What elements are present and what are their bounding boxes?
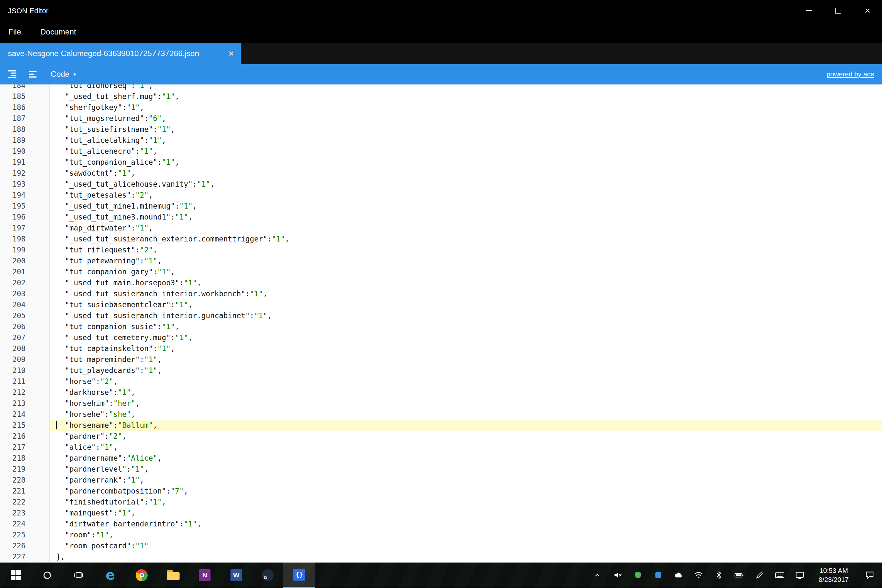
line-number: 208 [0, 343, 50, 354]
tray-app-button[interactable] [648, 562, 668, 588]
code-line[interactable]: 202 "_used_tut_main.horsepoo3":"1", [0, 277, 882, 288]
line-content: "_used_tut_susieranch_exterior.commenttr… [50, 233, 882, 244]
wifi-button[interactable] [688, 562, 709, 588]
code-line[interactable]: 208 "tut_captainskelton":"1", [0, 343, 882, 354]
search-button[interactable] [32, 562, 63, 588]
compact-button[interactable] [24, 66, 44, 82]
action-center-button[interactable] [857, 562, 882, 588]
code-line[interactable]: 191 "tut_companion_alice":"1", [0, 157, 882, 168]
code-line[interactable]: 209 "tut_mapreminder":"1", [0, 354, 882, 365]
task-view-button[interactable] [63, 562, 94, 588]
keyboard-icon [775, 571, 784, 579]
bluetooth-button[interactable] [709, 562, 729, 588]
code-line[interactable]: 189 "tut_alicetalking":"1", [0, 135, 882, 146]
code-line[interactable]: 198 "_used_tut_susieranch_exterior.comme… [0, 233, 882, 244]
blue-app-icon [654, 571, 663, 579]
file-explorer-icon[interactable] [158, 562, 189, 588]
mode-dropdown[interactable]: Code ▾ [51, 70, 76, 79]
code-line[interactable]: 196 "_used_tut_mine3.mound1":"1", [0, 212, 882, 222]
line-number: 217 [0, 442, 50, 453]
code-line[interactable]: 225 "room":"1", [0, 530, 882, 540]
code-line[interactable]: 212 "darkhorse":"1", [0, 387, 882, 398]
search-icon [44, 572, 51, 579]
format-button[interactable] [3, 66, 24, 82]
code-line[interactable]: 218 "pardnername":"Alice", [0, 453, 882, 464]
code-line[interactable]: 213 "horsehim":"her", [0, 398, 882, 409]
code-line[interactable]: 184 "tut_didhorseq":"1", [0, 84, 882, 91]
code-line[interactable]: 220 "pardnerrank":"1", [0, 474, 882, 486]
code-line[interactable]: 217 "alice":"1", [0, 442, 882, 453]
code-line[interactable]: 199 "tut_riflequest":"2", [0, 244, 882, 255]
edge-icon[interactable]: e [94, 562, 126, 588]
code-line[interactable]: 221 "pardnercombatposition":"7", [0, 486, 882, 496]
code-line[interactable]: 193 "_used_tut_alicehouse.vanity":"1", [0, 178, 882, 189]
close-button[interactable]: × [853, 0, 882, 21]
code-line[interactable]: 194 "tut_petesales":"2", [0, 189, 882, 201]
code-line[interactable]: 206 "tut_companion_susie":"1", [0, 321, 882, 332]
code-line[interactable]: 197 "map_dirtwater":"1", [0, 222, 882, 233]
line-number: 222 [0, 496, 50, 507]
code-line[interactable]: 214 "horsehe":"she", [0, 409, 882, 420]
code-editor[interactable]: 184 "tut_didhorseq":"1",185 "_used_tut_s… [0, 84, 882, 562]
code-line[interactable]: 226 "room_postcard":"1" [0, 540, 882, 551]
word-icon[interactable]: W [220, 562, 252, 588]
code-line[interactable]: 200 "tut_petewarning":"1", [0, 255, 882, 266]
line-number: 218 [0, 453, 50, 464]
json-punctuation: , [131, 169, 135, 177]
code-line[interactable]: 215 "horsename":"Ballum", [0, 420, 882, 430]
defender-button[interactable] [628, 562, 648, 588]
code-line[interactable]: 186 "sherfgotkey":"1", [0, 102, 882, 113]
json-string-value: "1" [158, 268, 171, 276]
code-line[interactable]: 187 "tut_mugsreturned":"6", [0, 113, 882, 124]
json-punctuation: , [114, 377, 118, 386]
powered-by-ace-link[interactable]: powered by ace [826, 70, 874, 78]
code-line[interactable]: 205 "_used_tut_susieranch_interior.gunca… [0, 310, 882, 321]
start-button[interactable] [0, 562, 32, 588]
touch-keyboard-button[interactable] [770, 562, 790, 588]
minimize-button[interactable] [794, 0, 824, 21]
menu-file[interactable]: File [0, 27, 31, 36]
code-line[interactable]: 204 "tut_susiebasementclear":"1", [0, 299, 882, 310]
code-line[interactable]: 201 "tut_companion_gary":"1", [0, 266, 882, 277]
close-icon: × [865, 6, 870, 15]
battery-button[interactable] [729, 562, 750, 588]
code-line[interactable]: 211 "horse":"2", [0, 376, 882, 387]
json-editor-taskbar-icon[interactable]: {} [284, 562, 315, 588]
taskbar-clock[interactable]: 10:53 AM 8/23/2017 [810, 562, 858, 588]
tab-close-icon[interactable]: × [228, 49, 234, 58]
steam-icon[interactable] [252, 562, 284, 588]
onedrive-button[interactable] [668, 562, 688, 588]
json-key: "horsehim": [52, 399, 114, 408]
json-key: "_used_tut_mine3.mound1": [52, 213, 175, 221]
code-line[interactable]: 219 "pardnerlevel":"1", [0, 464, 882, 474]
code-line[interactable]: 227 }, [0, 551, 882, 562]
code-line[interactable]: 224 "dirtwater_bartenderintro":"1", [0, 518, 882, 530]
code-line[interactable]: 188 "tut_susiefirstname":"1", [0, 124, 882, 135]
json-punctuation: , [210, 180, 215, 188]
line-content: "horsehim":"her", [50, 398, 882, 409]
code-line[interactable]: 222 "finishedtutorial":"1", [0, 496, 882, 507]
menu-document[interactable]: Document [31, 27, 86, 36]
display-button[interactable] [790, 562, 810, 588]
code-line[interactable]: 203 "_used_tut_susieranch_interior.workb… [0, 288, 882, 299]
json-string-value: "1" [250, 290, 263, 298]
code-line[interactable]: 190 "tut_alicenecro":"1", [0, 146, 882, 157]
code-line[interactable]: 195 "_used_tut_mine1.minemug":"1", [0, 201, 882, 212]
pen-button[interactable] [749, 562, 770, 588]
maximize-button[interactable] [824, 0, 853, 21]
json-key: "tut_playedcards": [52, 366, 144, 375]
tray-expand-button[interactable] [587, 562, 608, 588]
code-line[interactable]: 216 "pardner":"2", [0, 430, 882, 442]
code-line[interactable]: 192 "sawdoctnt":"1", [0, 168, 882, 178]
line-number: 199 [0, 244, 50, 255]
code-line[interactable]: 185 "_used_tut_sherf.mug":"1", [0, 91, 882, 102]
code-line[interactable]: 207 "_used_tut_cemetery.mug":"1", [0, 332, 882, 343]
mode-label: Code [51, 70, 69, 79]
code-line[interactable]: 210 "tut_playedcards":"1", [0, 365, 882, 376]
code-line[interactable]: 223 "mainquest":"1", [0, 507, 882, 518]
json-punctuation: , [171, 268, 175, 276]
onenote-icon[interactable]: N [189, 562, 220, 588]
tab-save-file[interactable]: save-Nesgone Calumeged-63639010725773726… [0, 43, 241, 64]
volume-button[interactable] [608, 562, 628, 588]
chrome-icon[interactable] [126, 562, 158, 588]
